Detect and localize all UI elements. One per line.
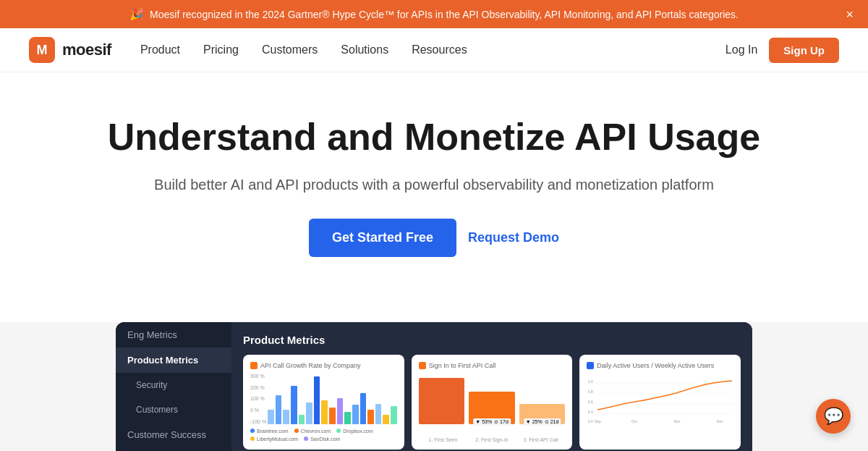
sidebar-item-sales[interactable]: Sales (116, 447, 231, 451)
dashboard-cards: API Call Growth Rate by Company 300 % 20… (243, 355, 741, 450)
chat-button[interactable]: 💬 (816, 399, 851, 434)
card1-icon (250, 362, 258, 369)
svg-text:1.0: 1.0 (588, 379, 593, 383)
nav-customers[interactable]: Customers (262, 43, 318, 56)
sidebar-item-customers[interactable]: Customers (116, 397, 231, 422)
card3-title: Daily Active Users / Weekly Active Users (587, 362, 733, 369)
bar-4 (291, 386, 297, 424)
legend-dot-4 (250, 437, 255, 441)
legend-dot-2 (294, 429, 299, 433)
legend-dot-1 (250, 429, 255, 433)
nav-pricing[interactable]: Pricing (203, 43, 239, 56)
sidebar-item-eng-metrics[interactable]: Eng Metrics (116, 322, 231, 347)
signup-button[interactable]: Sign Up (769, 38, 839, 63)
funnel-col-2: ▼ 53% ⊙ 17d (469, 392, 515, 424)
bar-2 (276, 395, 282, 424)
svg-text:Sep: Sep (595, 418, 601, 423)
nav-solutions[interactable]: Solutions (341, 43, 388, 56)
funnel-label-1: 1. First Seen (419, 437, 468, 442)
bar-14 (367, 410, 374, 424)
bar-15 (375, 404, 382, 424)
y-axis-labels: 300 % 200 % 100 % 0 % -100 % (250, 374, 266, 424)
legend-dot-3 (336, 429, 341, 433)
line-chart: 1.0 0.8 0.6 0.4 0.0 Sep Oct Nov Dec (587, 374, 733, 424)
party-icon: 🎉 (129, 7, 144, 21)
bar-5 (299, 415, 305, 424)
banner-close-button[interactable]: × (846, 8, 854, 21)
funnel-x-labels: 1. First Seen 2. First Sign-In 3. First … (419, 437, 566, 442)
bar-6 (306, 402, 312, 424)
nav-resources[interactable]: Resources (412, 43, 467, 56)
dashboard-main: Product Metrics API Call Growth Rate by … (231, 322, 752, 451)
svg-text:0.4: 0.4 (588, 409, 593, 413)
legend-sandisk: SanDisk.com (304, 437, 340, 442)
legend-braintree: Braintree.com (250, 429, 289, 434)
dashboard-container: Eng Metrics Product Metrics Security Cus… (116, 322, 752, 451)
svg-text:Dec: Dec (717, 418, 723, 423)
svg-text:0.6: 0.6 (588, 399, 593, 403)
logo[interactable]: M moesif (29, 37, 111, 63)
card3-icon (587, 362, 594, 369)
bar-7 (314, 376, 320, 424)
funnel-col-1 (419, 378, 465, 424)
hero-title: Understand and Monetize API Usage (29, 116, 839, 159)
funnel-col-3: ▼ 25% ⊙ 21d (519, 404, 566, 424)
bar-chart-legend: Braintree.com Chevron.com Dropbox.com (250, 429, 397, 442)
line-chart-svg: 1.0 0.8 0.6 0.4 0.0 Sep Oct Nov Dec (587, 374, 733, 424)
hero-subtitle: Build better AI and API products with a … (152, 174, 716, 195)
card2-title: Sign In to First API Call (419, 362, 566, 369)
legend-liberty: LibertyMutual.com (250, 437, 298, 442)
announcement-banner: 🎉 Moesif recognized in the 2024 Gartner®… (0, 0, 868, 28)
bar-1 (268, 410, 274, 424)
bar-13 (360, 393, 367, 424)
hero-section: Understand and Monetize API Usage Build … (0, 72, 868, 322)
sidebar-item-security[interactable]: Security (116, 373, 231, 397)
bar-8 (321, 400, 328, 424)
card1-title: API Call Growth Rate by Company (250, 362, 397, 369)
funnel-label-3: 3. First API Call (516, 437, 566, 442)
funnel-bar-1 (419, 378, 465, 424)
card-dau-wau: Daily Active Users / Weekly Active Users… (579, 355, 741, 450)
legend-dot-5 (304, 437, 308, 441)
funnel-annotation-1: ▼ 53% ⊙ 17d (473, 418, 511, 426)
logo-icon: M (29, 37, 55, 63)
funnel-label-2: 2. First Sign-In (467, 437, 516, 442)
request-demo-button[interactable]: Request Demo (468, 219, 559, 257)
sidebar-item-product-metrics[interactable]: Product Metrics (116, 347, 231, 373)
svg-text:Oct: Oct (631, 418, 637, 423)
dashboard-title: Product Metrics (243, 334, 741, 346)
card-sign-in-funnel: Sign In to First API Call ▼ 53% ⊙ 17d (412, 355, 573, 450)
card2-icon (419, 362, 426, 369)
svg-text:0.0: 0.0 (588, 418, 593, 423)
sidebar-item-customer-success[interactable]: Customer Success (116, 422, 231, 447)
nav-links: Product Pricing Customers Solutions Reso… (140, 43, 726, 56)
svg-text:0.8: 0.8 (588, 389, 593, 393)
card-api-call-growth: API Call Growth Rate by Company 300 % 20… (243, 355, 404, 450)
nav-actions: Log In Sign Up (726, 38, 839, 63)
svg-text:Nov: Nov (674, 418, 681, 423)
bar-17 (391, 406, 397, 424)
funnel-annotation-2: ▼ 25% ⊙ 21d (524, 418, 561, 426)
banner-text: Moesif recognized in the 2024 Gartner® H… (150, 9, 739, 20)
get-started-button[interactable]: Get Started Free (309, 219, 456, 257)
legend-chevron: Chevron.com (294, 429, 331, 434)
nav-product[interactable]: Product (140, 43, 180, 56)
bar-9 (329, 408, 336, 424)
legend-dropbox: Dropbox.com (336, 429, 373, 434)
bar-10 (337, 398, 344, 424)
login-button[interactable]: Log In (726, 43, 757, 56)
bar-16 (383, 415, 389, 424)
bar-3 (283, 410, 289, 424)
bar-11 (344, 412, 351, 424)
dashboard-sidebar: Eng Metrics Product Metrics Security Cus… (116, 322, 231, 451)
bar-12 (352, 405, 359, 423)
bar-chart: 300 % 200 % 100 % 0 % -100 % (250, 374, 397, 424)
funnel-bars: ▼ 53% ⊙ 17d ▼ 25% ⊙ 21d (419, 374, 566, 424)
dashboard-preview: Eng Metrics Product Metrics Security Cus… (0, 322, 868, 451)
hero-ctas: Get Started Free Request Demo (29, 219, 839, 257)
main-nav: M moesif Product Pricing Customers Solut… (0, 28, 868, 72)
chat-icon: 💬 (824, 407, 843, 426)
logo-name: moesif (62, 41, 111, 59)
